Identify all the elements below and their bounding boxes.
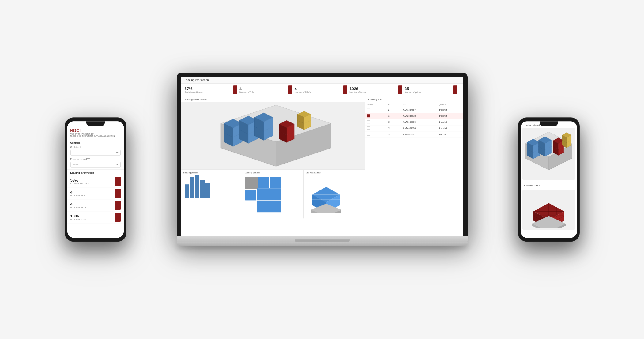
select-arrow bbox=[116, 152, 119, 153]
loading-viz-title: Loading visualization bbox=[181, 96, 365, 102]
container-label: Container ℹ bbox=[67, 145, 124, 149]
bar-4 bbox=[200, 180, 205, 198]
right-phone-body: Loading visualization bbox=[518, 118, 579, 241]
stat-row-pos: 4 Number of POs bbox=[67, 187, 124, 199]
row-sku-2: AAA2345678 bbox=[401, 113, 437, 119]
stat-label-pos: Number of POs bbox=[239, 91, 254, 93]
stat-value-pallets: 35 bbox=[405, 86, 421, 91]
stat-bar-pallets bbox=[453, 85, 457, 94]
lp-stat-value-pos: 4 bbox=[70, 190, 115, 194]
container-select[interactable]: 1 bbox=[70, 150, 121, 156]
left-phone-screen: NISCI 宁波（中国）供应链创新学院 NINGBO CHINA INSTITU… bbox=[67, 121, 124, 238]
svg-rect-34 bbox=[245, 177, 258, 189]
right-phone: Loading visualization bbox=[518, 118, 579, 241]
row-sku-4: AAA4567890 bbox=[401, 125, 437, 131]
stat-value-boxes: 1026 bbox=[349, 86, 366, 91]
pattern-grid-svg bbox=[245, 176, 281, 213]
3d-box-svg bbox=[306, 176, 346, 213]
loading-pattern-grid: Loading pattern bbox=[242, 170, 304, 218]
po-select[interactable]: Select... bbox=[70, 162, 121, 168]
stat-value-util: 57% bbox=[185, 86, 203, 91]
table-row-highlighted: 11 AAA2345678 dropshot bbox=[365, 113, 463, 119]
laptop-base bbox=[177, 236, 468, 242]
stat-bar-boxes bbox=[398, 85, 402, 94]
stat-label-pallets: Number of pallets bbox=[405, 91, 421, 93]
nisci-cn-line1: 宁波（中国）供应链创新学院 bbox=[70, 133, 121, 135]
lp-stat-label-boxes: Number of boxes bbox=[70, 218, 115, 220]
lp-stat-bar-util bbox=[115, 177, 121, 186]
right-phone-notch bbox=[540, 121, 558, 126]
stat-value-pos: 4 bbox=[239, 86, 254, 91]
lp-stat-bar-skus bbox=[115, 201, 121, 210]
stat-skus: 4 Number of SKUs bbox=[295, 85, 350, 94]
laptop-left-panel: Loading visualization bbox=[181, 96, 365, 234]
row-sku-5: AAA5678901 bbox=[401, 131, 437, 137]
row-po-1: 2 bbox=[386, 107, 401, 113]
laptop-right-panel: Loading plan Select PO SKU Quantity bbox=[365, 96, 463, 234]
col-qty: Quantity bbox=[437, 102, 463, 107]
bar-chart bbox=[183, 175, 240, 199]
lp-stat-value-skus: 4 bbox=[70, 202, 115, 206]
lp-stat-label-skus: Number of SKUs bbox=[70, 206, 115, 209]
svg-rect-36 bbox=[270, 177, 281, 188]
stat-pos: 4 Number of POs bbox=[239, 85, 295, 94]
svg-rect-35 bbox=[258, 177, 269, 188]
bar-3 bbox=[195, 175, 199, 198]
table-row: 19 AAA4567890 dropshot bbox=[365, 125, 463, 131]
laptop-body: Loading visualization bbox=[181, 96, 463, 234]
rp-3d-viz bbox=[522, 190, 575, 230]
row-po-3: 15 bbox=[386, 119, 401, 125]
lp-stat-value-boxes: 1036 bbox=[70, 214, 115, 218]
stat-value-skus: 4 bbox=[295, 86, 311, 91]
nisci-logo-text: NISCI bbox=[70, 129, 81, 132]
row-checkbox-1[interactable] bbox=[367, 108, 370, 111]
nisci-cn-text: 宁波（中国）供应链创新学院 NINGBO CHINA INSTITUTE FOR… bbox=[70, 133, 121, 137]
loading-plan-table: Select PO SKU Quantity 2 AA bbox=[365, 102, 463, 137]
row-qty-2: dropshot bbox=[437, 113, 463, 119]
row-sku-3: AAA3456789 bbox=[401, 119, 437, 125]
col-po: PO bbox=[386, 102, 401, 107]
col-select: Select bbox=[365, 102, 386, 107]
controls-section: Controls bbox=[67, 139, 124, 145]
right-phone-screen: Loading visualization bbox=[521, 121, 577, 238]
bar-5 bbox=[205, 183, 210, 198]
panel-title-2: Loading pattern bbox=[245, 171, 301, 174]
rp-cube-svg bbox=[530, 191, 567, 228]
stat-bar-util bbox=[233, 85, 237, 94]
lp-stat-bar-boxes bbox=[115, 213, 121, 222]
stat-label-util: Container utilization bbox=[185, 91, 203, 93]
row-checkbox-2[interactable] bbox=[367, 114, 370, 117]
svg-rect-37 bbox=[245, 190, 256, 201]
po-label: Purchase order (PO) ℹ bbox=[67, 157, 124, 161]
rp-container-svg bbox=[522, 131, 575, 177]
loading-information-title: Loading information bbox=[185, 78, 209, 81]
row-sku-1: AAA1234567 bbox=[401, 107, 437, 113]
3d-viz-panel: 3D visualization bbox=[304, 170, 365, 218]
row-checkbox-3[interactable] bbox=[367, 120, 370, 123]
lp-stat-label-util: Container utilization bbox=[70, 183, 115, 185]
table-row: 15 AAA3456789 dropshot bbox=[365, 119, 463, 125]
row-checkbox-5[interactable] bbox=[367, 133, 370, 136]
container-value: 1 bbox=[73, 151, 74, 154]
row-po-5: 75 bbox=[386, 131, 401, 137]
stat-row-skus: 4 Number of SKUs bbox=[67, 199, 124, 211]
laptop-foot bbox=[177, 242, 468, 246]
bar-1 bbox=[185, 184, 189, 198]
stat-boxes: 1026 Number of boxes bbox=[349, 85, 405, 94]
lp-stat-bar-pos bbox=[115, 189, 121, 198]
panel-title-3: 3D visualization bbox=[306, 171, 363, 174]
row-po-2: 11 bbox=[386, 113, 401, 119]
left-phone-body: NISCI 宁波（中国）供应链创新学院 NINGBO CHINA INSTITU… bbox=[65, 118, 126, 241]
row-checkbox-4[interactable] bbox=[367, 126, 370, 130]
lp-stat-value-util: 58% bbox=[70, 178, 115, 183]
stat-label-skus: Number of SKUs bbox=[295, 91, 311, 93]
row-po-4: 19 bbox=[386, 125, 401, 131]
loading-pattern-bars: Loading pattern bbox=[181, 170, 243, 218]
po-select-arrow bbox=[116, 164, 119, 165]
stat-container-util: 57% Container utilization bbox=[185, 85, 240, 94]
panel-title-1: Loading pattern bbox=[183, 171, 240, 174]
stat-row-boxes: 1036 Number of boxes bbox=[67, 211, 124, 223]
row-qty-1: dropshot bbox=[437, 107, 463, 113]
loading-plan-title: Loading plan bbox=[365, 96, 463, 102]
nisci-cn-line2: NINGBO CHINA INSTITUTE FOR SUPPLY CHAIN … bbox=[70, 135, 121, 137]
